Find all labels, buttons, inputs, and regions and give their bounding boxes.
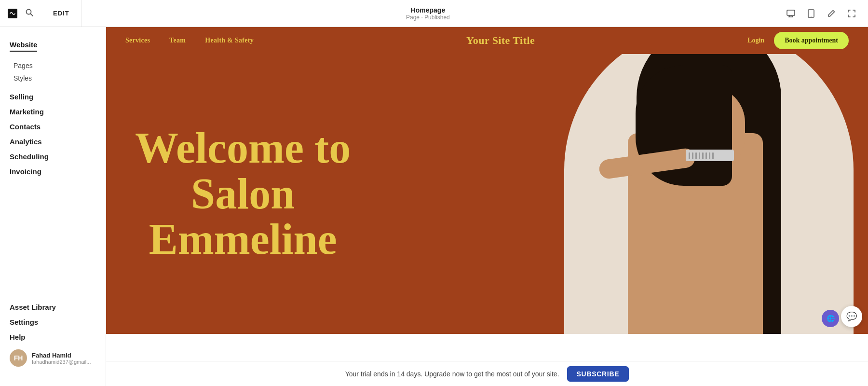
nav-right: Login Book appointment [747, 32, 849, 49]
sidebar-item-selling[interactable]: Selling [0, 89, 106, 104]
sidebar-item-analytics[interactable]: Analytics [0, 134, 106, 149]
nav-team[interactable]: Team [169, 37, 186, 44]
user-info: Fahad Hamid fahadhamid237@gmail... [32, 352, 91, 365]
sidebar-user-profile[interactable]: FH Fahad Hamid fahadhamid237@gmail... [0, 345, 106, 372]
expand-button[interactable] [843, 5, 860, 22]
sidebar-item-pages[interactable]: Pages [0, 59, 106, 72]
tablet-view-button[interactable] [802, 5, 820, 22]
svg-point-8 [811, 15, 812, 16]
toolbar-right [774, 5, 868, 22]
main-layout: Website Pages Styles Selling Marketing C… [0, 27, 868, 386]
nav-services[interactable]: Services [125, 37, 150, 44]
sidebar-item-settings[interactable]: Settings [0, 315, 106, 330]
sidebar-item-website[interactable]: Website [10, 41, 37, 52]
chat-widget[interactable]: 💬 [841, 306, 862, 327]
desktop-view-button[interactable] [782, 5, 800, 22]
site-navigation: Services Team Health & Safety Your Site … [106, 27, 868, 54]
svg-line-2 [31, 14, 33, 16]
page-info: Homepage Page · Published [81, 6, 774, 21]
book-appointment-button[interactable]: Book appointment [774, 32, 849, 49]
hero-text: Welcome to Salon Emmeline [106, 54, 550, 334]
hero-arch-bg [564, 54, 854, 334]
site-title: Your Site Title [466, 34, 535, 47]
avatar: FH [10, 349, 27, 367]
user-name: Fahad Hamid [32, 352, 91, 359]
search-button[interactable] [17, 8, 41, 19]
hero-section: Welcome to Salon Emmeline [106, 54, 868, 334]
user-email: fahadhamid237@gmail... [32, 359, 91, 365]
svg-rect-3 [787, 10, 795, 15]
edit-mode-button[interactable] [823, 5, 840, 22]
sidebar-bottom: Asset Library Settings Help FH Fahad Ham… [0, 300, 106, 376]
nav-health-safety[interactable]: Health & Safety [205, 37, 254, 44]
hero-image [550, 54, 868, 334]
sidebar: Website Pages Styles Selling Marketing C… [0, 27, 106, 386]
page-title: Homepage [411, 6, 446, 14]
nav-login[interactable]: Login [747, 37, 764, 44]
hero-heading: Welcome to Salon Emmeline [135, 125, 351, 262]
bottom-notification-bar: Your trial ends in 14 days. Upgrade now … [106, 361, 868, 386]
sidebar-item-styles[interactable]: Styles [0, 72, 106, 84]
sidebar-item-marketing[interactable]: Marketing [0, 104, 106, 119]
trial-notice-text: Your trial ends in 14 days. Upgrade now … [345, 370, 559, 378]
content-area: Services Team Health & Safety Your Site … [106, 27, 868, 386]
nav-links: Services Team Health & Safety [125, 37, 254, 44]
top-bar: EDIT Homepage Page · Published [0, 0, 868, 27]
sidebar-item-asset-library[interactable]: Asset Library [0, 300, 106, 315]
sidebar-selling-section: Selling Marketing Contacts Analytics Sch… [0, 89, 106, 179]
sidebar-item-help[interactable]: Help [0, 330, 106, 345]
person-illustration [564, 54, 854, 334]
edit-button[interactable]: EDIT [41, 0, 81, 27]
sidebar-item-contacts[interactable]: Contacts [0, 119, 106, 134]
accessibility-widget[interactable]: 🌐 [822, 310, 839, 327]
page-status: Page · Published [406, 14, 450, 21]
logo-icon[interactable] [0, 5, 17, 22]
person-comb [686, 150, 734, 161]
sidebar-website-section: Website [0, 37, 106, 59]
subscribe-button[interactable]: SUBSCRIBE [567, 366, 629, 382]
site-preview: Services Team Health & Safety Your Site … [106, 27, 868, 361]
sidebar-item-scheduling[interactable]: Scheduling [0, 149, 106, 164]
sidebar-item-invoicing[interactable]: Invoicing [0, 164, 106, 179]
